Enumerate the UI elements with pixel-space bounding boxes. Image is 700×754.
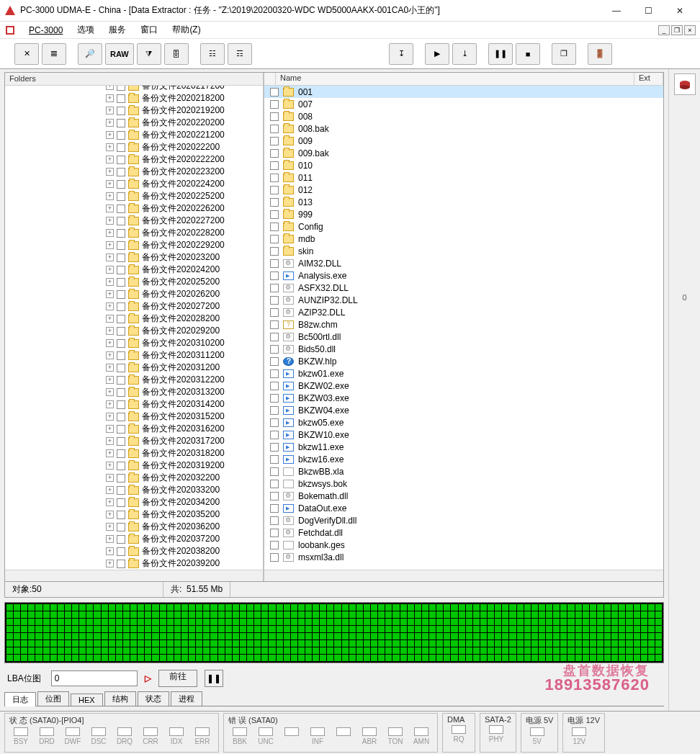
expand-icon[interactable]: + [106,278,114,286]
tree-item[interactable]: +备份文件2020221200 [5,129,263,141]
file-checkbox[interactable] [270,431,279,439]
tree-checkbox[interactable] [117,180,125,189]
expand-icon[interactable]: + [106,498,114,506]
tree-checkbox[interactable] [117,535,125,544]
file-row[interactable]: Analysis.exe [264,269,663,282]
tree-checkbox[interactable] [117,511,125,519]
tree-checkbox[interactable] [117,168,125,176]
file-checkbox[interactable] [270,418,279,427]
tree-checkbox[interactable] [117,217,125,225]
expand-icon[interactable]: + [106,156,114,163]
expand-icon[interactable]: + [106,511,114,519]
file-row[interactable]: mdb [264,233,663,245]
file-row[interactable]: loobank.ges [264,539,663,551]
mdi-restore[interactable]: ❐ [671,25,683,35]
tree-item[interactable]: +备份文件2020217200 [5,86,263,92]
expand-icon[interactable]: + [106,413,114,421]
tree-item[interactable]: +备份文件2020311200 [5,349,263,362]
expand-icon[interactable]: + [106,339,114,347]
file-row[interactable]: BKZW02.exe [264,380,663,392]
expand-icon[interactable]: + [106,388,114,396]
expand-icon[interactable]: + [106,449,114,457]
tree-item[interactable]: +备份文件2020312200 [5,374,263,386]
expand-icon[interactable]: + [106,290,114,298]
tree-hscroll[interactable] [5,570,263,581]
file-checkbox[interactable] [270,271,279,280]
tree-checkbox[interactable] [117,449,125,458]
folder-tree[interactable]: +备份文件2020217200+备份文件2020218200+备份文件20202… [5,86,263,570]
file-checkbox[interactable] [270,406,279,415]
menu-window[interactable]: 窗口 [135,22,163,37]
tool-search[interactable]: 🔎 [78,43,102,65]
expand-icon[interactable]: + [106,351,114,359]
file-checkbox[interactable] [270,161,279,170]
tree-item[interactable]: +备份文件2020229200 [5,239,263,251]
tab-状态[interactable]: 状态 [138,691,169,706]
file-checkbox[interactable] [270,357,279,366]
expand-icon[interactable]: + [106,205,114,212]
expand-icon[interactable]: + [106,474,114,482]
file-row[interactable]: DogVerifyDll.dll [264,514,663,526]
tool-stop[interactable]: ■ [516,43,540,65]
tab-结构[interactable]: 结构 [104,691,136,706]
file-row[interactable]: bkzwsys.bok [264,477,663,490]
file-row[interactable]: AZIP32.DLL [264,306,663,318]
tree-item[interactable]: +备份文件2020220200 [5,117,263,129]
col-name[interactable]: Name [276,73,634,85]
close-button[interactable]: ✕ [664,1,696,21]
expand-icon[interactable]: + [106,168,114,176]
tab-进程[interactable]: 进程 [171,691,202,706]
tree-item[interactable]: +备份文件202029200 [5,325,263,337]
file-row[interactable]: BkzwBB.xla [264,465,663,477]
tree-item[interactable]: +备份文件202022200 [5,141,263,153]
expand-icon[interactable]: + [106,266,114,274]
tree-item[interactable]: +备份文件2020225200 [5,190,263,202]
file-row[interactable]: Bc500rtl.dll [264,331,663,343]
tree-item[interactable]: +备份文件2020310200 [5,337,263,349]
file-checkbox[interactable] [270,284,279,292]
maximize-button[interactable]: ☐ [632,1,664,21]
expand-icon[interactable]: + [106,486,114,494]
tree-checkbox[interactable] [117,437,125,446]
tree-item[interactable]: +备份文件2020228200 [5,227,263,239]
file-checkbox[interactable] [270,492,279,501]
tree-checkbox[interactable] [117,107,125,115]
tree-item[interactable]: +备份文件2020318200 [5,447,263,459]
tree-checkbox[interactable] [117,376,125,385]
file-checkbox[interactable] [270,174,279,182]
tree-checkbox[interactable] [117,351,125,360]
expand-icon[interactable]: + [106,523,114,531]
tab-日志[interactable]: 日志 [4,692,36,706]
file-checkbox[interactable] [270,296,279,305]
tree-checkbox[interactable] [117,143,125,152]
tree-item[interactable]: +备份文件2020223200 [5,166,263,178]
file-row[interactable]: DataOut.exe [264,502,663,514]
file-row[interactable]: 011 [264,171,663,184]
tree-item[interactable]: +备份文件202027200 [5,300,263,313]
tree-checkbox[interactable] [117,253,125,262]
tree-checkbox[interactable] [117,560,125,568]
file-row[interactable]: 009.bak [264,147,663,159]
tree-checkbox[interactable] [117,400,125,409]
tree-item[interactable]: +备份文件2020316200 [5,423,263,435]
lba-bitmap[interactable] [4,602,664,663]
file-row[interactable]: msxml3a.dll [264,551,663,563]
file-checkbox[interactable] [270,504,279,513]
file-row[interactable]: 010 [264,159,663,171]
expand-icon[interactable]: + [106,192,114,200]
col-ext[interactable]: Ext [634,73,663,85]
expand-icon[interactable]: + [106,364,114,372]
tree-item[interactable]: +备份文件2020222200 [5,153,263,166]
file-row[interactable]: BKZW03.exe [264,392,663,404]
expand-icon[interactable]: + [106,327,114,335]
tree-item[interactable]: +备份文件202028200 [5,313,263,325]
file-checkbox[interactable] [270,369,279,378]
expand-icon[interactable]: + [106,107,114,115]
tree-checkbox[interactable] [117,462,125,470]
file-checkbox[interactable] [270,516,279,525]
expand-icon[interactable]: + [106,217,114,225]
tree-checkbox[interactable] [117,413,125,421]
file-checkbox[interactable] [270,455,279,464]
tree-checkbox[interactable] [117,94,125,103]
file-row[interactable]: 999 [264,208,663,220]
